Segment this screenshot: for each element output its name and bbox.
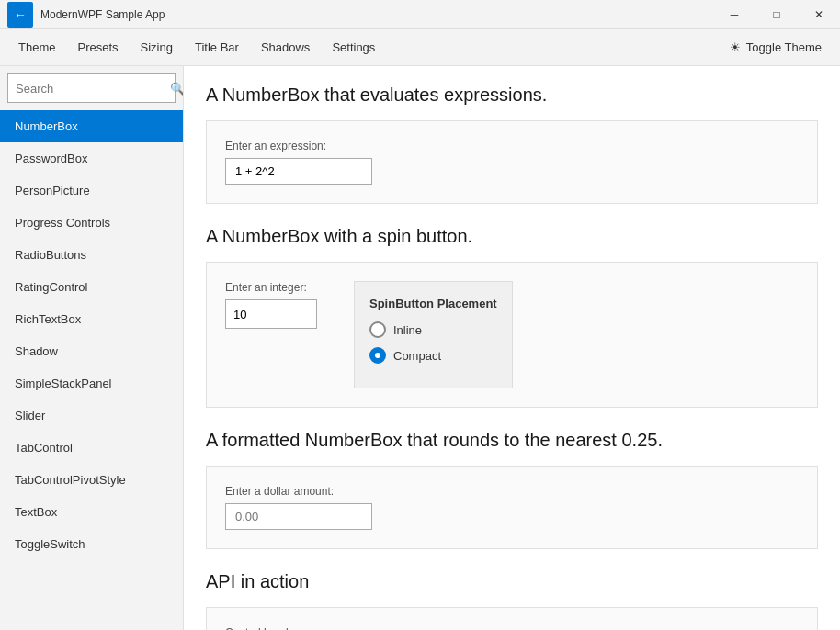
section1-field-label: Enter an expression: <box>225 140 799 152</box>
dollar-input[interactable] <box>225 503 372 530</box>
title-bar: ← ModernWPF Sample App ─ □ ✕ <box>0 0 840 29</box>
sidebar-item-tabcontrol[interactable]: TabControl <box>0 432 183 464</box>
radio-label-inline: Inline <box>393 323 422 337</box>
section-api-in-action: API in action Control header: <box>206 571 818 630</box>
sidebar-item-ratingcontrol[interactable]: RatingControl <box>0 271 183 303</box>
section3-title: A formatted NumberBox that rounds to the… <box>206 430 818 451</box>
sidebar-item-passwordbox[interactable]: PasswordBox <box>0 142 183 174</box>
search-box[interactable]: 🔍 <box>7 73 176 103</box>
section-expression-numberbox: A NumberBox that evaluates expressions. … <box>206 84 818 204</box>
menu-item-titlebar[interactable]: Title Bar <box>184 29 250 66</box>
sidebar: 🔍 NumberBox PasswordBox PersonPicture Pr… <box>0 66 184 630</box>
radio-circle-inline[interactable] <box>369 321 386 338</box>
spinbutton-group-title: SpinButton Placement <box>369 297 497 310</box>
spin-demo-row: Enter an integer: ▲ ▼ SpinButton Placeme… <box>225 281 799 388</box>
radio-circle-compact[interactable] <box>369 347 386 364</box>
section1-card: Enter an expression: <box>206 120 818 204</box>
sidebar-item-tabcontrolpivotstyle[interactable]: TabControlPivotStyle <box>0 464 183 496</box>
maximize-button[interactable]: □ <box>755 0 798 29</box>
search-input[interactable] <box>16 82 170 96</box>
section4-card: Control header: <box>206 607 818 630</box>
menu-bar: Theme Presets Sizing Title Bar Shadows S… <box>0 29 840 66</box>
menu-item-sizing[interactable]: Sizing <box>130 29 184 66</box>
section3-field-label: Enter a dollar amount: <box>225 485 799 498</box>
radio-option-inline[interactable]: Inline <box>369 321 497 338</box>
radio-label-compact: Compact <box>393 349 441 363</box>
section2-title: A NumberBox with a spin button. <box>206 226 818 247</box>
main-layout: 🔍 NumberBox PasswordBox PersonPicture Pr… <box>0 66 840 630</box>
toggle-theme-button[interactable]: ☀ Toggle Theme <box>719 29 833 66</box>
app-title: ModernWPF Sample App <box>40 8 713 21</box>
search-icon: 🔍 <box>170 82 184 96</box>
section2-card: Enter an integer: ▲ ▼ SpinButton Placeme… <box>206 262 818 408</box>
window-controls: ─ □ ✕ <box>713 0 840 29</box>
content-area: A NumberBox that evaluates expressions. … <box>184 66 840 630</box>
sidebar-item-shadow[interactable]: Shadow <box>0 335 183 367</box>
expression-input[interactable] <box>225 158 372 185</box>
sidebar-item-numberbox[interactable]: NumberBox <box>0 110 183 142</box>
sidebar-item-radiobuttons[interactable]: RadioButtons <box>0 239 183 271</box>
menu-item-settings[interactable]: Settings <box>321 29 386 66</box>
back-button[interactable]: ← <box>7 2 33 28</box>
back-icon: ← <box>14 7 27 22</box>
close-button[interactable]: ✕ <box>798 0 840 29</box>
spin-input-group: Enter an integer: ▲ ▼ <box>225 281 317 329</box>
section4-field-label: Control header: <box>225 626 799 630</box>
section4-title: API in action <box>206 571 818 592</box>
sidebar-item-personpicture[interactable]: PersonPicture <box>0 174 183 207</box>
section-formatted-numberbox: A formatted NumberBox that rounds to the… <box>206 430 818 549</box>
menu-item-shadows[interactable]: Shadows <box>250 29 321 66</box>
sidebar-item-slider[interactable]: Slider <box>0 399 183 432</box>
radio-option-compact[interactable]: Compact <box>369 347 497 364</box>
section3-card: Enter a dollar amount: <box>206 466 818 549</box>
theme-icon: ☀ <box>730 40 741 54</box>
minimize-button[interactable]: ─ <box>713 0 755 29</box>
integer-input-wrapper[interactable]: ▲ ▼ <box>225 299 317 329</box>
section1-title: A NumberBox that evaluates expressions. <box>206 84 818 106</box>
section2-field-label: Enter an integer: <box>225 281 317 294</box>
menu-item-presets[interactable]: Presets <box>66 29 129 66</box>
sidebar-item-toggleswitch[interactable]: ToggleSwitch <box>0 528 183 560</box>
sidebar-item-textbox[interactable]: TextBox <box>0 496 183 528</box>
toggle-theme-label: Toggle Theme <box>746 40 822 54</box>
spinbutton-placement-group: SpinButton Placement Inline Compact <box>354 281 513 388</box>
sidebar-item-simplestackpanel[interactable]: SimpleStackPanel <box>0 367 183 399</box>
section-spin-numberbox: A NumberBox with a spin button. Enter an… <box>206 226 818 408</box>
sidebar-item-progresscontrols[interactable]: Progress Controls <box>0 207 183 239</box>
menu-item-theme[interactable]: Theme <box>7 29 66 66</box>
sidebar-list: NumberBox PasswordBox PersonPicture Prog… <box>0 110 183 630</box>
sidebar-item-richtextbox[interactable]: RichTextBox <box>0 303 183 335</box>
